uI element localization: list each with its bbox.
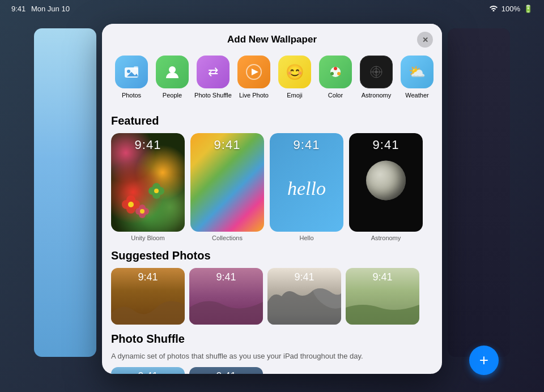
category-photos[interactable]: Photos: [111, 56, 152, 99]
suggested-photos-header: Suggested Photos: [111, 249, 433, 262]
status-date: Mon Jun 10: [31, 5, 70, 13]
photo4-time: 9:41: [346, 271, 419, 283]
hello-label: Hello: [270, 235, 343, 241]
featured-card-hello[interactable]: 9:41 hello Hello: [270, 133, 343, 241]
wallpaper-preview-left: [34, 28, 96, 357]
svg-point-1: [127, 70, 130, 73]
svg-point-8: [334, 67, 337, 70]
hello-time: 9:41: [270, 138, 343, 152]
weather-label: Weather: [405, 92, 428, 99]
category-photo-shuffle[interactable]: ⇄ Photo Shuffle: [193, 56, 233, 99]
collections-time: 9:41: [190, 138, 264, 152]
close-button[interactable]: ✕: [417, 32, 433, 48]
suggested-photo-2[interactable]: 9:41: [189, 268, 263, 325]
astronomy-card-label: Astronomy: [349, 235, 423, 241]
unity-bloom-image: 9:41: [111, 133, 185, 232]
svg-marker-6: [252, 69, 258, 75]
category-live-photo[interactable]: Live Photo: [233, 56, 274, 99]
category-row: Photos People ⇄ Photo Shuffle: [102, 51, 442, 106]
photos-icon: [115, 56, 148, 88]
status-right: 100% 🔋: [489, 5, 533, 13]
photo1-time: 9:41: [111, 271, 185, 283]
photo-shuffle-section-header: Photo Shuffle: [111, 333, 433, 346]
category-people[interactable]: People: [152, 56, 193, 99]
astronomy-label: Astronomy: [362, 92, 392, 99]
emoji-label: Emoji: [287, 92, 303, 99]
astronomy-image: 9:41: [349, 133, 423, 232]
moon-graphic: [366, 161, 406, 201]
svg-point-25: [154, 189, 159, 193]
shuffle1-time: 9:41: [111, 370, 185, 374]
featured-card-astronomy[interactable]: 9:41 Astronomy: [349, 133, 423, 241]
battery-label: 100%: [502, 5, 520, 13]
hello-text: hello: [270, 178, 343, 199]
people-icon: [156, 56, 189, 88]
svg-point-4: [169, 66, 176, 73]
photo-shuffle-label: Photo Shuffle: [194, 92, 232, 99]
photo2-time: 9:41: [189, 271, 263, 283]
status-time-date: 9:41 Mon Jun 10: [11, 5, 70, 13]
color-icon: [319, 56, 352, 88]
suggested-photo-1[interactable]: 9:41: [111, 268, 185, 325]
category-emoji[interactable]: 😊 Emoji: [274, 56, 315, 99]
featured-card-unity-bloom[interactable]: 9:41: [111, 133, 185, 241]
category-weather[interactable]: ⛅ Weather: [397, 56, 437, 99]
shuffle-card-1[interactable]: 9:41: [111, 367, 185, 374]
modal-scroll-content[interactable]: Featured 9:41: [102, 106, 442, 374]
suggested-photo-3[interactable]: 9:41: [267, 268, 341, 325]
featured-card-collections[interactable]: 9:41 Collections: [190, 133, 264, 241]
shuffle2-time: 9:41: [189, 370, 263, 374]
photos-label: Photos: [122, 92, 141, 99]
photo-shuffle-icon: ⇄: [197, 56, 230, 88]
wallpaper-preview-right: [448, 28, 510, 357]
svg-point-30: [140, 209, 144, 214]
shuffle-card-2[interactable]: 9:41: [189, 367, 263, 374]
add-icon: +: [479, 351, 488, 369]
photo3-time: 9:41: [267, 271, 341, 283]
svg-point-9: [337, 72, 341, 75]
astronomy-card-time: 9:41: [349, 138, 423, 152]
add-wallpaper-button[interactable]: +: [469, 346, 499, 375]
featured-grid: 9:41: [111, 133, 433, 241]
status-time: 9:41: [11, 5, 26, 13]
suggested-photo-4[interactable]: 9:41: [346, 268, 419, 325]
modal-title: Add New Wallpaper: [227, 34, 317, 45]
unity-bloom-time: 9:41: [111, 138, 185, 152]
svg-rect-3: [134, 66, 138, 70]
live-photo-icon: [237, 56, 270, 88]
unity-bloom-label: Unity Bloom: [111, 235, 185, 241]
svg-point-10: [330, 72, 334, 75]
people-label: People: [163, 92, 182, 99]
featured-section-header: Featured: [111, 114, 433, 127]
modal-header: Add New Wallpaper ✕: [102, 24, 442, 51]
close-icon: ✕: [422, 36, 428, 44]
photo-shuffle-grid: 9:41 9:41: [111, 367, 433, 374]
weather-icon: ⛅: [401, 56, 434, 88]
wifi-icon: [489, 5, 498, 13]
color-label: Color: [328, 92, 343, 99]
battery-icon: 🔋: [524, 5, 533, 13]
category-color[interactable]: Color: [315, 56, 356, 99]
status-bar: 9:41 Mon Jun 10 100% 🔋: [0, 5, 544, 13]
svg-point-20: [128, 202, 134, 207]
live-photo-label: Live Photo: [239, 92, 269, 99]
emoji-icon: 😊: [278, 56, 311, 88]
photo-shuffle-description: A dynamic set of photos that shuffle as …: [111, 351, 433, 361]
suggested-photos-grid: 9:41 9:41 9:41 9:41: [111, 268, 433, 325]
collections-image: 9:41: [190, 133, 264, 232]
astronomy-icon: [360, 56, 393, 88]
collections-label: Collections: [190, 235, 264, 241]
wallpaper-modal: Add New Wallpaper ✕ Photos: [102, 24, 442, 374]
category-astronomy[interactable]: Astronomy: [356, 56, 397, 99]
hello-image: 9:41 hello: [270, 133, 343, 232]
